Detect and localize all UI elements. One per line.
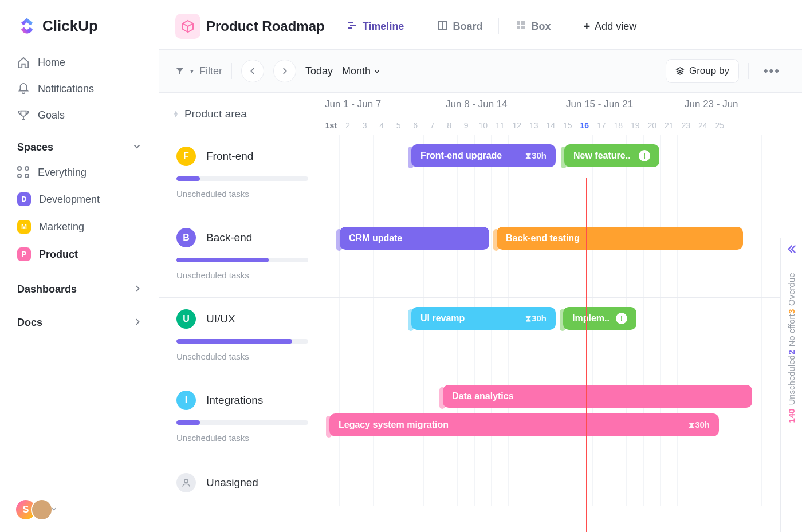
- day-label: 25: [711, 121, 729, 130]
- unscheduled-label[interactable]: Unscheduled tasks: [176, 433, 305, 443]
- groupby-button[interactable]: Group by: [666, 59, 739, 83]
- rail-no-effort[interactable]: 2No effort: [787, 314, 796, 355]
- day-label: 24: [694, 121, 711, 130]
- task-bar[interactable]: UI revamp⧗30h: [411, 307, 556, 330]
- filter-icon: [175, 66, 184, 76]
- day-label: 4: [374, 121, 391, 130]
- svg-rect-8: [521, 26, 525, 29]
- filter-button[interactable]: ▼ Filter: [175, 65, 222, 77]
- nav-bell[interactable]: Notifications: [8, 76, 151, 102]
- box-icon: [515, 19, 526, 34]
- alert-icon: !: [616, 313, 627, 324]
- timeline-lane: I Integrations Unscheduled tasks Data an…: [159, 379, 802, 460]
- day-label: 14: [542, 121, 560, 130]
- everything-icon: [17, 166, 30, 179]
- day-label: 12: [509, 121, 526, 130]
- rail-unscheduled[interactable]: 140Unscheduled: [787, 355, 796, 423]
- lane-badge: U: [176, 309, 196, 329]
- lane-header[interactable]: U UI/UX Unscheduled tasks: [159, 298, 323, 379]
- sidebar-item-marketing[interactable]: MMarketing: [0, 213, 159, 241]
- task-bar[interactable]: Legacy system migration⧗30h: [329, 413, 719, 436]
- day-label: 18: [610, 121, 627, 130]
- progress-bar: [176, 420, 308, 425]
- svg-point-9: [184, 479, 188, 483]
- svg-rect-6: [521, 21, 525, 25]
- hourglass-icon: ⧗30h: [525, 151, 547, 161]
- chevron-down-icon: [374, 68, 380, 75]
- day-label: 19: [627, 121, 644, 130]
- day-label: 16: [576, 121, 593, 130]
- day-label: 13: [525, 121, 542, 130]
- page-title: Product Roadmap: [206, 18, 325, 34]
- folder-icon: [175, 14, 200, 39]
- trophy-icon: [17, 109, 30, 121]
- unscheduled-label[interactable]: Unscheduled tasks: [176, 270, 305, 280]
- week-label: Jun 1 - Jun 7: [325, 98, 381, 110]
- chevron-down-icon: [50, 505, 57, 515]
- chevron-right-icon: [133, 318, 141, 328]
- task-bar[interactable]: New feature..!: [564, 144, 659, 167]
- logo[interactable]: ClickUp: [0, 0, 159, 47]
- day-label: 21: [661, 121, 678, 130]
- task-bar[interactable]: Implem..!: [563, 307, 636, 330]
- timeline-header: ▲▼ Product area Jun 1 - Jun 7Jun 8 - Jun…: [159, 93, 802, 135]
- chevron-right-icon: [281, 67, 289, 75]
- chevron-right-icon: [133, 285, 141, 295]
- user-menu[interactable]: S: [0, 487, 159, 532]
- rail-overdue[interactable]: 3Overdue: [787, 273, 796, 314]
- section-docs[interactable]: Docs: [0, 317, 159, 334]
- timeline-icon: [347, 19, 358, 34]
- more-button[interactable]: •••: [758, 61, 786, 81]
- hourglass-icon: ⧗30h: [525, 313, 547, 324]
- lane-header[interactable]: Unasigned: [159, 460, 323, 506]
- task-bar[interactable]: CRM update: [340, 227, 489, 250]
- timeline-lane: F Front-end Unscheduled tasks Front-end …: [159, 135, 802, 216]
- tab-timeline[interactable]: Timeline: [347, 17, 404, 36]
- svg-rect-2: [348, 27, 352, 29]
- next-button[interactable]: [273, 60, 296, 82]
- sidebar-item-product[interactable]: PProduct: [0, 241, 159, 268]
- avatar: [31, 499, 53, 521]
- day-label: 20: [644, 121, 661, 130]
- sort-icon: ▲▼: [173, 111, 179, 117]
- unassigned-icon: [176, 473, 196, 492]
- lane-header[interactable]: I Integrations Unscheduled tasks: [159, 379, 323, 460]
- sidebar-item-development[interactable]: DDevelopment: [0, 186, 159, 213]
- tab-box[interactable]: Box: [515, 17, 551, 36]
- sidebar: ClickUp HomeNotificationsGoals Spaces Ev…: [0, 0, 159, 532]
- day-label: 8: [441, 121, 458, 130]
- home-icon: [17, 56, 30, 69]
- lane-header[interactable]: B Back-end Unscheduled tasks: [159, 216, 323, 297]
- range-dropdown[interactable]: Month: [342, 65, 380, 77]
- task-bar[interactable]: Data analytics: [443, 385, 752, 408]
- section-dashboards[interactable]: Dashboards: [0, 283, 159, 301]
- tab-board[interactable]: Board: [437, 17, 482, 36]
- sidebar-item-everything[interactable]: Everything: [0, 159, 159, 186]
- svg-rect-7: [517, 26, 520, 29]
- day-label: 5: [390, 121, 407, 130]
- space-badge: M: [17, 220, 31, 234]
- day-label: 17: [593, 121, 610, 130]
- column-header[interactable]: ▲▼ Product area: [159, 93, 323, 135]
- today-button[interactable]: Today: [305, 65, 333, 77]
- collapse-rail-button[interactable]: [787, 244, 797, 257]
- alert-icon: !: [639, 150, 650, 161]
- progress-bar: [176, 258, 308, 262]
- task-bar[interactable]: Back-end testing: [497, 227, 743, 250]
- task-bar[interactable]: Front-end upgrade⧗30h: [411, 144, 556, 167]
- board-icon: [437, 19, 448, 34]
- lane-header[interactable]: F Front-end Unscheduled tasks: [159, 135, 323, 216]
- day-label: 6: [407, 121, 424, 130]
- topbar: Product Roadmap TimelineBoardBox+Add vie…: [159, 0, 802, 50]
- nav-home[interactable]: Home: [8, 49, 151, 76]
- prev-button[interactable]: [241, 60, 264, 82]
- add-view-button[interactable]: +Add view: [583, 20, 636, 33]
- unscheduled-label[interactable]: Unscheduled tasks: [176, 352, 305, 361]
- lane-badge: B: [176, 228, 196, 247]
- spaces-header[interactable]: Spaces: [0, 141, 159, 159]
- svg-rect-0: [348, 22, 353, 23]
- nav-trophy[interactable]: Goals: [8, 102, 151, 128]
- day-label: 2: [340, 121, 357, 130]
- unscheduled-label[interactable]: Unscheduled tasks: [176, 189, 305, 199]
- plus-icon: +: [583, 20, 590, 33]
